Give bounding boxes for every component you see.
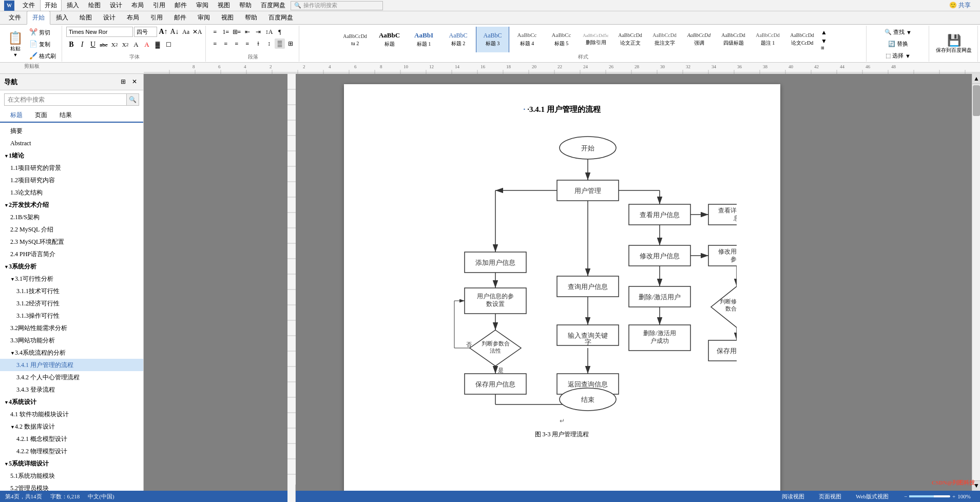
tab-baidu[interactable]: 百度网盘 [263, 11, 299, 24]
border-button[interactable]: ☐ [163, 40, 174, 50]
sidebar-close-button[interactable]: ✕ [130, 77, 139, 87]
tab-home[interactable]: 开始 [27, 11, 50, 25]
style-heading2[interactable]: AaBbC 标题 2 [441, 27, 475, 52]
nav-item-3.3[interactable]: 3.3网站功能分析 [0, 334, 143, 346]
nav-item-1.1[interactable]: 1.1项目研究的背景 [0, 162, 143, 174]
nav-arrow-ch2[interactable]: ▼ [4, 203, 9, 208]
view-read-button[interactable]: 阅读视图 [779, 492, 808, 501]
nav-tab-pages[interactable]: 页面 [29, 109, 53, 123]
line-spacing-button[interactable]: ↕ [264, 38, 274, 49]
menu-baidu[interactable]: 百度网盘 [257, 0, 290, 11]
style-emphasis[interactable]: AaBbCcDd 强调 [682, 27, 716, 52]
columns-button[interactable]: ⫳ [253, 38, 263, 49]
nav-item-2.1[interactable]: 2.1B/S架构 [0, 211, 143, 223]
nav-item-3.1.3[interactable]: 3.1.3操作可行性 [0, 310, 143, 322]
menu-design[interactable]: 设计 [106, 0, 126, 11]
nav-arrow-ch1[interactable]: ▼ [4, 153, 9, 159]
nav-item-3.4[interactable]: ▼3.4系统流程的分析 [0, 346, 143, 359]
copy-button[interactable]: 📄 复制 [27, 38, 59, 50]
sidebar-search-button[interactable]: 🔍 [126, 94, 139, 105]
grow-font-button[interactable]: A↑ [158, 27, 168, 37]
align-right-button[interactable]: ≡ [232, 38, 242, 49]
nav-item-1.2[interactable]: 1.2项目研究内容 [0, 174, 143, 186]
style-caption[interactable]: AaBbCcDd 题注 1 [751, 27, 784, 52]
nav-item-ch5[interactable]: ▼5系统详细设计 [0, 457, 143, 470]
tab-design[interactable]: 设计 [98, 11, 121, 24]
show-marks-button[interactable]: ¶ [275, 27, 285, 37]
tab-review[interactable]: 审阅 [192, 11, 216, 24]
sidebar-search-input[interactable] [5, 96, 126, 103]
style-heading[interactable]: AaBbC 标题 [373, 27, 406, 52]
menu-view[interactable]: 视图 [214, 0, 234, 11]
nav-item-2.3[interactable]: 2.3 MySQL环境配置 [0, 236, 143, 248]
nav-tab-results[interactable]: 结果 [53, 109, 78, 123]
nav-item-5.1[interactable]: 5.1系统功能模块 [0, 470, 143, 482]
nav-item-4.2[interactable]: ▼4.2 数据库设计 [0, 420, 143, 433]
font-size-selector[interactable] [134, 27, 157, 37]
char-shading-button[interactable]: ▓ [152, 40, 163, 50]
style-heading4[interactable]: AaBbCc 标题 4 [510, 27, 544, 52]
borders-button[interactable]: ⊞ [285, 38, 296, 49]
search-box[interactable]: 🔍 [4, 93, 139, 106]
nav-item-3.4.1[interactable]: 3.4.1 用户管理的流程 [0, 359, 143, 371]
menu-layout[interactable]: 布局 [127, 0, 148, 11]
nav-item-3.4.2[interactable]: 3.4.2 个人中心管理流程 [0, 371, 143, 383]
nav-item-3.1.2[interactable]: 3.1.2经济可行性 [0, 297, 143, 310]
numbering-button[interactable]: 1≡ [221, 27, 231, 37]
vertical-scrollbar[interactable]: ▲ ▼ [972, 74, 980, 502]
tab-mail[interactable]: 邮件 [168, 11, 192, 24]
menu-home[interactable]: 开始 [40, 0, 62, 11]
nav-item-3.1[interactable]: ▼3.1可行性分析 [0, 273, 143, 285]
nav-item-2.2[interactable]: 2.2 MySQL 介绍 [0, 223, 143, 236]
menu-file[interactable]: 文件 [18, 0, 39, 11]
style-paper[interactable]: AaBbCcDd 论文CcDd [785, 27, 819, 52]
multilevel-button[interactable]: ⊞≡ [232, 27, 242, 37]
document-area[interactable]: 1 ··3.4.1 用户管理的流程 开始 用户管理 [144, 74, 972, 502]
menu-draw[interactable]: 绘图 [84, 0, 105, 11]
nav-item-abstract-en[interactable]: Abstract [0, 137, 143, 149]
tab-insert[interactable]: 插入 [50, 11, 74, 24]
menu-insert[interactable]: 插入 [63, 0, 83, 11]
save-to-baidu-button[interactable]: 💾 保存到百度网盘 [933, 31, 974, 56]
nav-item-abstract[interactable]: 摘要 [0, 125, 143, 137]
shrink-font-button[interactable]: A↓ [169, 27, 180, 37]
nav-item-1.3[interactable]: 1.3论文结构 [0, 186, 143, 199]
nav-tab-headings[interactable]: 标题 [4, 109, 29, 123]
nav-item-3.4.3[interactable]: 3.4.3 登录流程 [0, 383, 143, 396]
nav-item-4.1[interactable]: 4.1 软件功能模块设计 [0, 408, 143, 420]
strikethrough-button[interactable]: abc [99, 40, 109, 50]
menu-help[interactable]: 帮助 [235, 0, 256, 11]
style-tu2[interactable]: AaBbCcDd tu 2 [338, 27, 372, 52]
font-style-button[interactable]: Aa [181, 27, 191, 37]
scroll-thumb[interactable] [973, 85, 980, 116]
menu-mail[interactable]: 邮件 [170, 0, 191, 11]
align-center-button[interactable]: ≡ [221, 38, 231, 49]
view-print-button[interactable]: 页面视图 [816, 492, 844, 501]
font-name-selector[interactable] [66, 27, 133, 37]
view-web-button[interactable]: Web版式视图 [853, 492, 892, 501]
style-heading1[interactable]: AaBbI 标题 1 [407, 27, 440, 52]
shading-button[interactable]: ▒ [275, 38, 285, 49]
nav-arrow-ch4[interactable]: ▼ [4, 400, 9, 405]
sidebar-collapse-button[interactable]: ⊞ [119, 77, 128, 87]
nav-item-ch4[interactable]: ▼4系统设计 [0, 396, 143, 408]
style-heading4b[interactable]: AaBbCcDd 四级标题 [717, 27, 750, 52]
nav-item-2.4[interactable]: 2.4 PHP语言简介 [0, 248, 143, 260]
nav-item-3.1.1[interactable]: 3.1.1技术可行性 [0, 285, 143, 297]
nav-item-4.2.2[interactable]: 4.2.2 物理模型设计 [0, 445, 143, 457]
menu-references[interactable]: 引用 [149, 0, 169, 11]
share-button[interactable]: 🙂 共享 [944, 0, 976, 11]
style-heading3[interactable]: AaBbC 标题 3 [476, 27, 509, 52]
nav-arrow-ch5[interactable]: ▼ [4, 461, 9, 467]
zoom-slider[interactable]: − + 100% [900, 493, 975, 499]
select-button[interactable]: ⬚选择▼ [883, 50, 913, 61]
tab-layout[interactable]: 布局 [121, 11, 145, 24]
align-left-button[interactable]: ≡ [210, 38, 220, 49]
highlight-button[interactable]: A [131, 40, 141, 50]
styles-more-button[interactable]: ▲ ▼ ⊞ [820, 27, 828, 52]
tab-view[interactable]: 视图 [216, 11, 239, 24]
replace-button[interactable]: 🔄替换 [886, 38, 911, 49]
style-comment[interactable]: AaBbCcDd 批注文字 [648, 27, 681, 52]
underline-button[interactable]: U [88, 40, 98, 50]
tab-references[interactable]: 引用 [145, 11, 168, 24]
